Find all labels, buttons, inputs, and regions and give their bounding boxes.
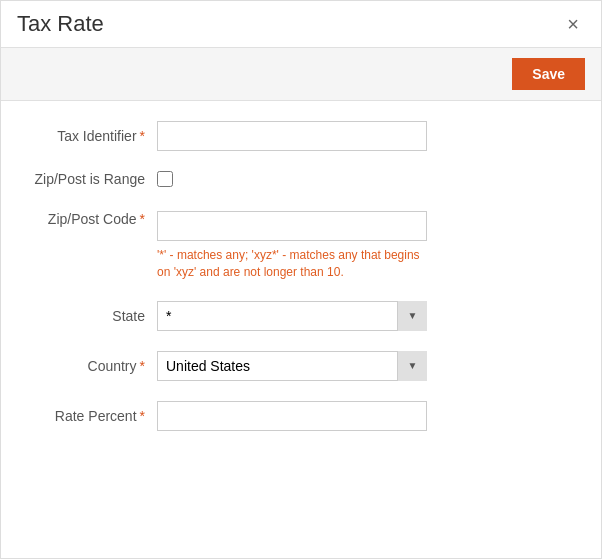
rate-percent-input[interactable] [157,401,427,431]
close-button[interactable]: × [561,12,585,36]
zip-post-code-label: Zip/Post Code* [17,211,157,227]
state-select-wrapper: * [157,301,427,331]
zip-range-checkbox[interactable] [157,171,173,187]
form-body: Tax Identifier* Zip/Post is Range Zip/Po… [1,101,601,471]
country-select[interactable]: United States [157,351,427,381]
country-label: Country* [17,358,157,374]
dialog-title: Tax Rate [17,11,104,37]
zip-hint-text: '*' - matches any; 'xyz*' - matches any … [157,247,427,281]
tax-identifier-input[interactable] [157,121,427,151]
rate-percent-label: Rate Percent* [17,408,157,424]
zip-post-code-input[interactable] [157,211,427,241]
zip-post-code-row: Zip/Post Code* '*' - matches any; 'xyz*'… [17,207,585,281]
tax-identifier-row: Tax Identifier* [17,121,585,151]
required-star: * [140,128,145,144]
tax-rate-dialog: Tax Rate × Save Tax Identifier* Zip/Post… [0,0,602,559]
save-button[interactable]: Save [512,58,585,90]
rate-percent-row: Rate Percent* [17,401,585,431]
zip-range-checkbox-wrapper [157,171,173,187]
required-star-4: * [140,408,145,424]
country-select-wrapper: United States [157,351,427,381]
country-row: Country* United States [17,351,585,381]
state-select[interactable]: * [157,301,427,331]
zip-post-range-label: Zip/Post is Range [17,171,157,187]
tax-identifier-label: Tax Identifier* [17,128,157,144]
required-star-2: * [140,211,145,227]
toolbar: Save [1,47,601,101]
state-row: State * [17,301,585,331]
zip-post-range-row: Zip/Post is Range [17,171,585,187]
dialog-header: Tax Rate × [1,1,601,47]
zip-code-field-group: '*' - matches any; 'xyz*' - matches any … [157,211,427,281]
state-label: State [17,308,157,324]
required-star-3: * [140,358,145,374]
